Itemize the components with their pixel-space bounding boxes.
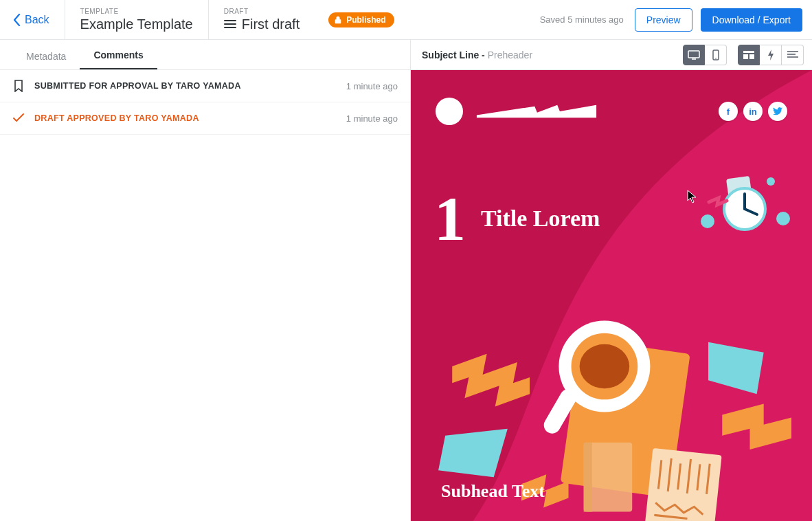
svg-point-15 [767, 177, 775, 186]
desktop-view-button[interactable] [683, 45, 705, 65]
template-value: Example Template [80, 16, 193, 32]
activity-time: 1 minute ago [346, 81, 398, 91]
lightning-view-button[interactable] [760, 45, 782, 65]
hero: 1 Title Lorem [434, 187, 600, 250]
subject-line[interactable]: Subject Line - Preheader [422, 49, 532, 60]
social-icons: f in [719, 102, 787, 121]
activity-list: Submitted for approval by Taro Yamada 1 … [0, 70, 410, 135]
svg-marker-19 [438, 429, 508, 478]
svg-point-24 [580, 344, 630, 388]
tabs: Metadata Comments [0, 40, 410, 70]
layout-icon [743, 51, 754, 59]
hero-number: 1 [434, 187, 466, 250]
logo-mark [436, 98, 463, 125]
logo-row: f in [436, 98, 787, 125]
layout-view-button[interactable] [738, 45, 760, 65]
hero-title: Title Lorem [481, 206, 600, 232]
linkedin-icon[interactable]: in [743, 102, 763, 121]
lightning-icon [767, 49, 774, 60]
lock-icon [334, 16, 342, 24]
svg-point-6 [715, 58, 717, 59]
activity-time: 1 minute ago [346, 113, 398, 124]
preview-toolbar: Subject Line - Preheader [411, 40, 812, 70]
svg-marker-20 [708, 342, 764, 395]
chevron-left-icon [12, 13, 21, 27]
subhead-text: Subhead Text [441, 481, 545, 502]
activity-item[interactable]: Submitted for approval by Taro Yamada 1 … [0, 70, 410, 102]
svg-point-13 [701, 214, 714, 228]
facebook-icon[interactable]: f [719, 102, 738, 121]
back-button[interactable]: Back [0, 0, 65, 39]
svg-rect-27 [584, 443, 592, 512]
template-label: TEMPLATE [80, 8, 193, 15]
svg-rect-8 [743, 54, 748, 59]
saved-status: Saved 5 minutes ago [540, 14, 624, 25]
text-view-button[interactable] [782, 45, 804, 65]
check-icon [12, 112, 25, 124]
back-label: Back [25, 14, 49, 26]
tab-metadata[interactable]: Metadata [12, 43, 80, 69]
bookmark-icon [12, 80, 25, 92]
top-toolbar: Back TEMPLATE Example Template DRAFT Fir… [0, 0, 812, 40]
draft-value: First draft [242, 16, 300, 32]
view-mode-toggle [738, 45, 804, 65]
tab-comments[interactable]: Comments [80, 41, 157, 69]
template-block[interactable]: TEMPLATE Example Template [65, 2, 208, 38]
clock-decoration [695, 173, 798, 249]
preview-button[interactable]: Preview [635, 8, 692, 32]
mobile-icon [712, 49, 719, 60]
left-panel: Metadata Comments Submitted for approval… [0, 40, 411, 521]
draft-label: DRAFT [224, 8, 300, 15]
desktop-icon [688, 50, 700, 60]
published-badge: Published [328, 12, 394, 27]
list-icon [224, 19, 236, 29]
svg-rect-9 [749, 54, 754, 59]
svg-rect-7 [743, 51, 754, 53]
draft-block[interactable]: DRAFT First draft [209, 2, 315, 38]
activity-text: Submitted for approval by Taro Yamada [34, 81, 337, 91]
activity-item[interactable]: Draft approved by Taro Yamada 1 minute a… [0, 102, 410, 135]
badge-text: Published [346, 15, 385, 25]
email-canvas[interactable]: f in 1 Title Lorem [411, 70, 812, 521]
preheader: Preheader [488, 49, 532, 60]
logo-text-placeholder [471, 104, 602, 119]
mobile-view-button[interactable] [705, 45, 727, 65]
preview-panel: Subject Line - Preheader [411, 40, 812, 521]
svg-point-14 [776, 212, 790, 225]
activity-text: Draft approved by Taro Yamada [34, 113, 337, 123]
svg-rect-3 [688, 51, 699, 58]
svg-rect-28 [645, 448, 722, 521]
twitter-icon[interactable] [768, 102, 787, 121]
text-lines-icon [787, 51, 798, 59]
download-export-button[interactable]: Download / Export [701, 8, 802, 32]
device-toggle [683, 45, 727, 65]
